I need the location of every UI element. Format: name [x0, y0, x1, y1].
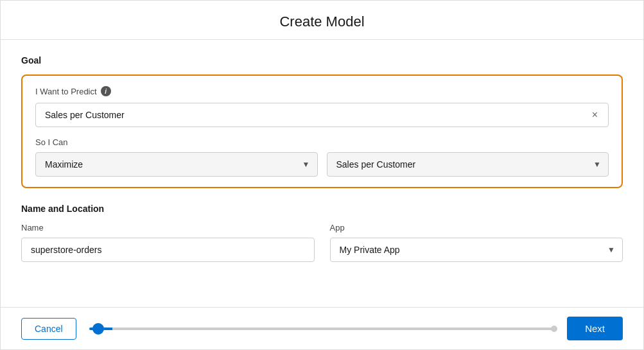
slider-thumb	[92, 323, 104, 335]
name-location-section: Name and Location Name App My Private Ap…	[21, 204, 623, 262]
goal-section-label: Goal	[21, 55, 623, 66]
name-app-row: Name App My Private App Shared App Globa…	[21, 223, 623, 262]
predict-label-row: I Want to Predict i	[35, 86, 609, 96]
app-select-wrapper: My Private App Shared App Global App ▼	[330, 238, 623, 262]
maximize-select[interactable]: Maximize Minimize	[35, 152, 318, 177]
modal-title: Create Model	[1, 13, 643, 30]
predict-label-text: I Want to Predict	[35, 87, 97, 96]
name-input[interactable]	[21, 238, 315, 262]
maximize-select-wrapper: Maximize Minimize ▼	[35, 152, 318, 177]
goal-box: I Want to Predict i Sales per Customer ×…	[21, 74, 623, 188]
name-location-section-label: Name and Location	[21, 204, 623, 214]
so-i-can-label: So I Can	[35, 137, 609, 147]
modal-header: Create Model	[1, 1, 643, 40]
metric-select-wrapper: Sales per Customer Profit per Customer R…	[327, 152, 609, 177]
next-button[interactable]: Next	[567, 317, 623, 340]
modal-footer: Cancel Next	[1, 307, 643, 349]
app-label: App	[330, 223, 623, 232]
create-model-dialog: Create Model Goal I Want to Predict i Sa…	[0, 0, 644, 350]
predict-input-value: Sales per Customer	[45, 110, 591, 120]
app-field-group: App My Private App Shared App Global App…	[330, 223, 623, 262]
predict-input-row: Sales per Customer ×	[35, 103, 609, 127]
slider-track	[89, 328, 555, 330]
predict-clear-button[interactable]: ×	[591, 110, 599, 120]
app-select[interactable]: My Private App Shared App Global App	[330, 238, 623, 262]
slider-end-dot	[551, 326, 557, 332]
cancel-button[interactable]: Cancel	[21, 318, 76, 340]
modal-body: Goal I Want to Predict i Sales per Custo…	[1, 40, 643, 307]
predict-info-icon[interactable]: i	[101, 86, 111, 96]
metric-select[interactable]: Sales per Customer Profit per Customer R…	[327, 152, 609, 177]
name-label: Name	[21, 223, 315, 232]
progress-slider[interactable]	[89, 328, 555, 330]
name-field-group: Name	[21, 223, 315, 262]
so-i-can-dropdowns: Maximize Minimize ▼ Sales per Customer P…	[35, 152, 609, 177]
